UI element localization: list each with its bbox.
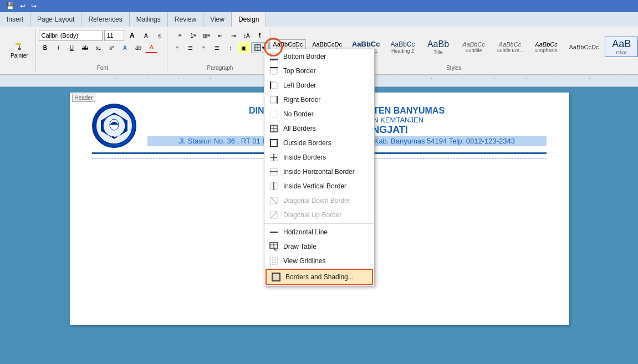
menu-top-border-label: Top Border [283, 67, 316, 75]
show-hide-btn[interactable]: ¶ [254, 30, 266, 41]
text-effect-btn[interactable]: A [119, 42, 131, 53]
style-subtitle[interactable]: AaBbCc Subtitle [457, 39, 491, 55]
line-spacing-btn[interactable]: ↕ [224, 42, 237, 53]
svg-line-33 [270, 212, 277, 218]
menu-right-border-label: Right Border [283, 96, 320, 104]
menu-right-border[interactable]: Right Border [264, 93, 374, 107]
menu-diagonal-down-label: Diagonal Down Border [283, 197, 350, 204]
right-border-icon [269, 95, 279, 105]
increase-indent-btn[interactable]: ⇥ [227, 30, 239, 41]
menu-left-border-label: Left Border [283, 81, 316, 89]
decrease-indent-btn[interactable]: ⇤ [214, 30, 226, 41]
menu-no-border[interactable]: No Border [264, 107, 374, 121]
menu-inside-borders[interactable]: Inside Borders [264, 150, 374, 165]
clear-format-btn[interactable]: ⎋ [154, 30, 166, 41]
numbering-btn[interactable]: 1≡ [187, 30, 200, 41]
font-group: A A ⎋ B I U ab x₂ x² A ab A Font [38, 29, 168, 72]
style-aabbcc[interactable]: AaBbCcDc [565, 42, 603, 53]
ribbon-tabs: Insert Page Layout References Mailings R… [0, 12, 638, 27]
menu-borders-shading[interactable]: Borders and Shading... [266, 269, 373, 285]
borders-shading-icon [271, 272, 281, 282]
quick-access-toolbar: 💾 ↩ ↪ [0, 0, 638, 12]
sort-btn[interactable]: ↕A [241, 30, 253, 41]
menu-draw-table[interactable]: Draw Table [264, 239, 374, 254]
bold-btn[interactable]: B [39, 42, 51, 53]
menu-inside-h-border-label: Inside Horizontal Border [283, 168, 355, 176]
svg-rect-12 [270, 69, 277, 74]
tab-page-layout[interactable]: Page Layout [30, 12, 81, 27]
tab-design[interactable]: Design [232, 12, 266, 27]
menu-outside-borders[interactable]: Outside Borders [264, 136, 374, 150]
inside-borders-icon [269, 152, 279, 162]
menu-view-gridlines-label: View Gridlines [283, 257, 325, 265]
painter-group: Painter [3, 29, 36, 72]
menu-bottom-border[interactable]: Bottom Border [264, 49, 374, 64]
bullets-btn[interactable]: ≡ [174, 30, 186, 41]
underline-btn[interactable]: U [65, 42, 78, 53]
multilevel-btn[interactable]: ⊞≡ [201, 30, 213, 41]
diagonal-up-icon [269, 210, 279, 220]
svg-point-2 [18, 48, 21, 50]
svg-text:TUT WURI: TUT WURI [106, 134, 123, 137]
logo: TUT WURI [92, 104, 136, 148]
svg-rect-0 [16, 43, 21, 45]
decrease-font-btn[interactable]: A [140, 30, 152, 41]
font-size-input[interactable] [104, 30, 124, 41]
tab-view[interactable]: View [203, 12, 232, 27]
svg-rect-10 [270, 53, 277, 59]
undo-qat-btn[interactable]: ↩ [18, 2, 27, 11]
tab-insert[interactable]: Insert [0, 12, 30, 27]
align-left-btn[interactable]: ≡ [171, 42, 183, 53]
align-center-btn[interactable]: ☰ [185, 42, 197, 53]
outside-borders-icon [269, 138, 279, 148]
style-char[interactable]: AaB Char [605, 37, 638, 57]
menu-divider1 [264, 223, 374, 224]
tab-review[interactable]: Review [168, 12, 203, 27]
bottom-border-icon [269, 52, 279, 61]
menu-inside-v-border[interactable]: Inside Vertical Border [264, 179, 374, 193]
font-color-btn[interactable]: A [145, 42, 157, 53]
menu-horizontal-line-label: Horizontal Line [283, 228, 328, 236]
logo-inner: TUT WURI [95, 107, 133, 145]
superscript-btn[interactable]: x² [105, 42, 118, 53]
menu-all-borders[interactable]: All Borders [264, 121, 374, 136]
menu-diagonal-up-label: Diagonal Up Border [283, 211, 341, 219]
style-title[interactable]: AaBb Title [422, 37, 455, 57]
paragraph-group-label: Paragraph [207, 64, 233, 71]
tab-mailings[interactable]: Mailings [130, 12, 168, 27]
menu-inside-h-border[interactable]: Inside Horizontal Border [264, 165, 374, 179]
justify-btn[interactable]: ☰ [211, 42, 223, 53]
font-name-input[interactable] [39, 30, 103, 41]
shading-btn[interactable]: ▣ [238, 42, 250, 53]
left-border-icon [269, 80, 279, 90]
style-subtle-em[interactable]: AaBbCc Subtle Em... [493, 39, 528, 55]
style-emphasis[interactable]: AaBbCc Emphasis [530, 39, 563, 55]
tab-references[interactable]: References [81, 12, 129, 27]
align-right-btn[interactable]: ≡ [198, 42, 210, 53]
paragraph-group: ≡ 1≡ ⊞≡ ⇤ ⇥ ↕A ¶ ≡ ☰ ≡ ☰ ↕ ▣ [170, 29, 270, 72]
increase-font-btn[interactable]: A [126, 30, 138, 41]
strikethrough-btn[interactable]: ab [79, 42, 91, 53]
menu-left-border[interactable]: Left Border [264, 78, 374, 93]
subscript-btn[interactable]: x₂ [92, 42, 104, 53]
svg-rect-18 [270, 111, 277, 117]
border-dropdown-menu: Bottom Border Top Border Left Border Rig… [264, 49, 375, 286]
menu-bottom-border-label: Bottom Border [283, 53, 326, 60]
italic-btn[interactable]: I [52, 42, 64, 53]
menu-top-border[interactable]: Top Border [264, 64, 374, 78]
menu-view-gridlines[interactable]: View Gridlines [264, 254, 374, 268]
painter-btn[interactable]: Painter [8, 41, 31, 60]
header-label: Header [72, 94, 96, 102]
menu-horizontal-line[interactable]: Horizontal Line [264, 225, 374, 239]
svg-line-31 [270, 197, 277, 204]
styles-group-label: Styles [446, 64, 461, 71]
redo-qat-btn[interactable]: ↪ [29, 2, 38, 11]
menu-no-border-label: No Border [283, 110, 314, 118]
svg-rect-16 [270, 96, 276, 103]
menu-inside-borders-label: Inside Borders [283, 153, 326, 161]
menu-diagonal-up: Diagonal Up Border [264, 208, 374, 222]
menu-borders-shading-label: Borders and Shading... [285, 273, 354, 281]
save-qat-btn[interactable]: 💾 [4, 2, 16, 11]
style-heading2[interactable]: AaBbCc Heading 2 [386, 38, 420, 56]
text-highlight-btn[interactable]: ab [132, 42, 144, 53]
